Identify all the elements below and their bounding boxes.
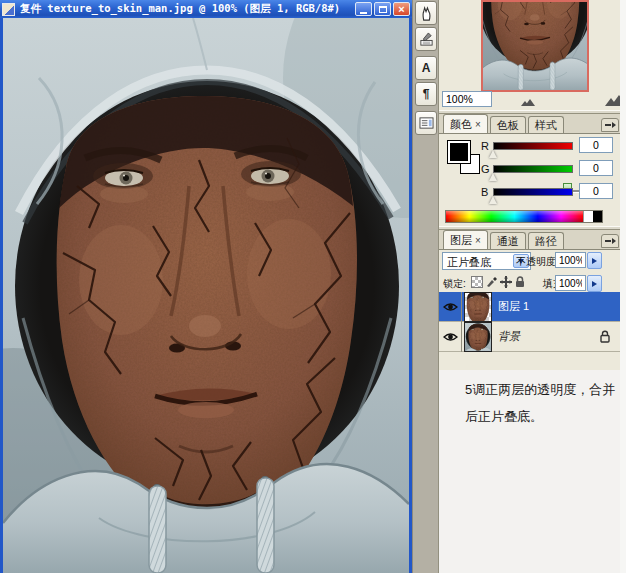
photoshop-workspace: 复件 texture_to_skin_man.jpg @ 100% (图层 1,…	[0, 0, 626, 573]
navigator-controls	[439, 90, 621, 110]
spectrum-rainbow	[446, 211, 583, 222]
tab-paths[interactable]: 路径	[528, 232, 564, 249]
red-value-input[interactable]	[579, 137, 613, 153]
color-panel: 颜色 × 色板 样式 R	[439, 114, 621, 226]
menu-arrow-icon	[612, 122, 616, 128]
spectrum-white-cell[interactable]	[583, 211, 593, 222]
tutorial-caption-text: 5调正两层的透明度，合并后正片叠底。	[465, 376, 617, 430]
tab-color[interactable]: 颜色 ×	[443, 114, 488, 133]
opacity-spinner-button[interactable]	[587, 252, 602, 269]
close-button[interactable]: ×	[393, 2, 410, 16]
lock-paint-brush-icon[interactable]	[486, 276, 498, 288]
fill-spinner-button[interactable]	[587, 275, 602, 292]
lock-row: 锁定: 填充:	[439, 273, 621, 293]
tab-label: 样式	[535, 118, 557, 133]
background-thumbnail-image	[465, 323, 491, 351]
layer-visibility-toggle[interactable]	[439, 322, 462, 352]
red-channel-label: R	[481, 140, 489, 152]
color-spectrum-ramp[interactable]	[445, 210, 603, 223]
tab-swatches[interactable]: 色板	[490, 116, 526, 133]
tab-label: 路径	[535, 234, 557, 249]
opacity-label: 不透明度:	[516, 255, 559, 269]
padlock-glyph	[514, 276, 526, 288]
tutorial-caption-area: 5调正两层的透明度，合并后正片叠底。	[439, 370, 621, 573]
blue-value-input[interactable]	[579, 183, 613, 199]
blue-slider-thumb[interactable]	[489, 196, 497, 204]
blue-channel-slider[interactable]	[493, 188, 573, 196]
navigator-thumbnail	[483, 2, 587, 90]
page-margin-strip	[620, 0, 626, 573]
green-value-input[interactable]	[579, 160, 613, 176]
hand-gesture-icon[interactable]	[415, 1, 437, 25]
maximize-icon	[379, 6, 387, 13]
navigator-proxy-view[interactable]	[481, 0, 589, 92]
panel-column: 颜色 × 色板 样式 R	[438, 0, 620, 573]
character-panel-icon[interactable]: A	[415, 56, 437, 80]
maximize-button[interactable]	[374, 2, 391, 16]
menu-lines-icon	[605, 240, 611, 242]
fill-input[interactable]	[555, 275, 586, 291]
document-titlebar[interactable]: 复件 texture_to_skin_man.jpg @ 100% (图层 1,…	[0, 0, 412, 18]
layer1-name[interactable]: 图层 1	[498, 299, 529, 314]
photoshop-document-icon	[2, 3, 15, 16]
navigator-zoom-input[interactable]	[442, 91, 492, 107]
minimize-button[interactable]	[355, 2, 372, 16]
brush-notes-icon[interactable]	[415, 27, 437, 51]
layer1-thumbnail-image	[465, 293, 491, 321]
paragraph-glyph: ¶	[423, 88, 430, 100]
hand-gesture-glyph	[419, 6, 434, 21]
blue-channel-row: B	[439, 184, 621, 204]
padlock-glyph	[599, 330, 611, 343]
blend-mode-row: 正片叠底 不透明度:	[439, 250, 621, 273]
red-slider-thumb[interactable]	[489, 150, 497, 158]
background-thumbnail[interactable]	[465, 323, 491, 351]
lock-transparency-icon[interactable]	[471, 276, 483, 288]
brush-notes-glyph	[419, 32, 434, 47]
layer-row-layer1[interactable]: 图层 1	[439, 292, 621, 322]
tab-label: 通道	[497, 234, 519, 249]
minimize-icon	[360, 12, 367, 14]
tab-label: 图层	[450, 233, 472, 248]
lock-label: 锁定:	[443, 277, 466, 291]
palette-dock: A ¶	[412, 0, 438, 573]
layers-panel: 图层 × 通道 路径 正片叠底 不透明度:	[439, 230, 621, 370]
eye-icon	[443, 302, 458, 312]
color-panel-tabs: 颜色 × 色板 样式	[439, 114, 621, 134]
layer-row-background[interactable]: 背景	[439, 322, 621, 352]
canvas-image	[3, 18, 409, 573]
brush-glyph	[486, 276, 498, 288]
tab-close-mark[interactable]: ×	[475, 235, 481, 246]
layout-list-glyph	[419, 116, 434, 130]
chevron-right-icon	[592, 281, 597, 287]
lock-all-icon[interactable]	[514, 276, 526, 288]
tab-close-mark[interactable]: ×	[475, 119, 481, 130]
green-channel-slider[interactable]	[493, 165, 573, 173]
red-channel-slider[interactable]	[493, 142, 573, 150]
spectrum-black-cell[interactable]	[593, 211, 602, 222]
chevron-right-icon	[592, 258, 597, 264]
tab-styles[interactable]: 样式	[528, 116, 564, 133]
tab-label: 颜色	[450, 117, 472, 132]
tab-layers[interactable]: 图层 ×	[443, 230, 488, 249]
layer1-thumbnail[interactable]	[465, 293, 491, 321]
foreground-color-swatch[interactable]	[447, 140, 471, 164]
character-glyph: A	[422, 62, 431, 74]
window-controls: ×	[355, 2, 410, 16]
layers-panel-menu-button[interactable]	[601, 234, 619, 248]
layout-list-icon[interactable]	[415, 111, 437, 135]
move-glyph	[500, 276, 512, 288]
paragraph-panel-icon[interactable]: ¶	[415, 82, 437, 106]
menu-lines-icon	[605, 124, 611, 126]
document-canvas[interactable]	[0, 18, 412, 573]
tab-channels[interactable]: 通道	[490, 232, 526, 249]
color-panel-menu-button[interactable]	[601, 118, 619, 132]
opacity-input[interactable]	[555, 252, 586, 268]
background-layer-name[interactable]: 背景	[498, 329, 520, 344]
blend-mode-value: 正片叠底	[447, 255, 491, 270]
document-title: 复件 texture_to_skin_man.jpg @ 100% (图层 1,…	[20, 2, 351, 16]
zoom-out-icon[interactable]	[521, 96, 535, 106]
lock-position-move-icon[interactable]	[500, 276, 512, 288]
color-panel-content: R G B	[439, 134, 621, 226]
layer-visibility-toggle[interactable]	[439, 292, 462, 322]
green-slider-thumb[interactable]	[489, 173, 497, 181]
